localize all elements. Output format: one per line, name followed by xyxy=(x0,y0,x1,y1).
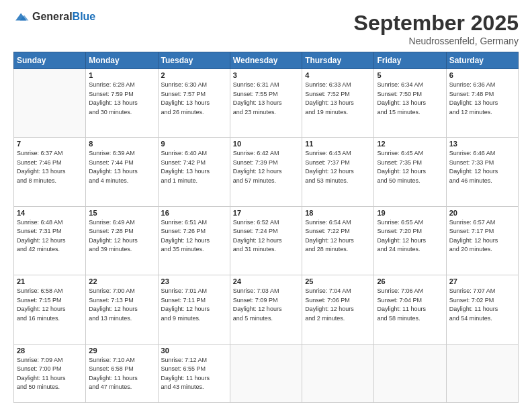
day-info: Sunrise: 6:46 AM Sunset: 7:33 PM Dayligh… xyxy=(449,149,515,185)
calendar-cell: 18Sunrise: 6:54 AM Sunset: 7:22 PM Dayli… xyxy=(302,206,374,275)
day-number: 29 xyxy=(89,347,154,355)
calendar-cell: 15Sunrise: 6:49 AM Sunset: 7:28 PM Dayli… xyxy=(86,206,158,275)
calendar-cell: 7Sunrise: 6:37 AM Sunset: 7:46 PM Daylig… xyxy=(14,138,86,206)
calendar-cell: 28Sunrise: 7:09 AM Sunset: 7:00 PM Dayli… xyxy=(14,344,86,402)
calendar-week-row: 28Sunrise: 7:09 AM Sunset: 7:00 PM Dayli… xyxy=(14,344,519,402)
day-info: Sunrise: 6:40 AM Sunset: 7:42 PM Dayligh… xyxy=(161,149,227,185)
day-number: 2 xyxy=(161,71,227,79)
calendar-cell: 13Sunrise: 6:46 AM Sunset: 7:33 PM Dayli… xyxy=(446,138,518,206)
day-number: 14 xyxy=(17,209,83,217)
weekday-header-friday: Friday xyxy=(374,52,446,69)
calendar-cell: 5Sunrise: 6:34 AM Sunset: 7:50 PM Daylig… xyxy=(374,69,446,138)
calendar-cell: 8Sunrise: 6:39 AM Sunset: 7:44 PM Daylig… xyxy=(86,138,158,206)
day-info: Sunrise: 7:00 AM Sunset: 7:13 PM Dayligh… xyxy=(89,287,154,323)
weekday-header-tuesday: Tuesday xyxy=(158,52,230,69)
calendar-cell: 16Sunrise: 6:51 AM Sunset: 7:26 PM Dayli… xyxy=(158,206,230,275)
day-number: 25 xyxy=(305,277,371,285)
day-number: 5 xyxy=(377,71,443,79)
day-info: Sunrise: 6:37 AM Sunset: 7:46 PM Dayligh… xyxy=(17,149,83,185)
day-info: Sunrise: 6:28 AM Sunset: 7:59 PM Dayligh… xyxy=(89,81,154,117)
calendar-cell xyxy=(446,344,518,402)
calendar-week-row: 21Sunrise: 6:58 AM Sunset: 7:15 PM Dayli… xyxy=(14,275,519,344)
day-number: 11 xyxy=(305,140,371,148)
day-number: 23 xyxy=(161,277,227,285)
calendar-cell: 20Sunrise: 6:57 AM Sunset: 7:17 PM Dayli… xyxy=(446,206,518,275)
day-number: 1 xyxy=(89,71,154,79)
day-number: 20 xyxy=(449,209,515,217)
logo-text: GeneralBlue xyxy=(32,11,95,23)
header: GeneralBlue September 2025 Neudrossenfel… xyxy=(13,11,519,46)
calendar-cell: 30Sunrise: 7:12 AM Sunset: 6:55 PM Dayli… xyxy=(158,344,230,402)
calendar-cell: 19Sunrise: 6:55 AM Sunset: 7:20 PM Dayli… xyxy=(374,206,446,275)
day-number: 8 xyxy=(89,140,154,148)
calendar-cell: 4Sunrise: 6:33 AM Sunset: 7:52 PM Daylig… xyxy=(302,69,374,138)
month-title: September 2025 xyxy=(354,11,519,36)
location-subtitle: Neudrossenfeld, Germany xyxy=(354,36,519,46)
calendar-cell: 6Sunrise: 6:36 AM Sunset: 7:48 PM Daylig… xyxy=(446,69,518,138)
calendar-cell: 25Sunrise: 7:04 AM Sunset: 7:06 PM Dayli… xyxy=(302,275,374,344)
day-info: Sunrise: 7:09 AM Sunset: 7:00 PM Dayligh… xyxy=(17,356,83,392)
day-number: 22 xyxy=(89,277,154,285)
day-info: Sunrise: 7:06 AM Sunset: 7:04 PM Dayligh… xyxy=(377,287,443,323)
weekday-header-wednesday: Wednesday xyxy=(230,52,302,69)
day-info: Sunrise: 7:07 AM Sunset: 7:02 PM Dayligh… xyxy=(449,287,515,323)
calendar-cell: 12Sunrise: 6:45 AM Sunset: 7:35 PM Dayli… xyxy=(374,138,446,206)
calendar-cell: 3Sunrise: 6:31 AM Sunset: 7:55 PM Daylig… xyxy=(230,69,302,138)
day-number: 21 xyxy=(17,277,83,285)
calendar-cell: 17Sunrise: 6:52 AM Sunset: 7:24 PM Dayli… xyxy=(230,206,302,275)
day-info: Sunrise: 6:58 AM Sunset: 7:15 PM Dayligh… xyxy=(17,287,83,323)
weekday-header-row: SundayMondayTuesdayWednesdayThursdayFrid… xyxy=(14,52,519,69)
weekday-header-saturday: Saturday xyxy=(446,52,518,69)
day-info: Sunrise: 6:34 AM Sunset: 7:50 PM Dayligh… xyxy=(377,81,443,117)
calendar-cell xyxy=(230,344,302,402)
day-info: Sunrise: 7:10 AM Sunset: 6:58 PM Dayligh… xyxy=(89,356,154,392)
day-info: Sunrise: 7:12 AM Sunset: 6:55 PM Dayligh… xyxy=(161,356,227,392)
calendar-cell: 23Sunrise: 7:01 AM Sunset: 7:11 PM Dayli… xyxy=(158,275,230,344)
day-info: Sunrise: 6:49 AM Sunset: 7:28 PM Dayligh… xyxy=(89,218,154,255)
calendar-cell xyxy=(14,69,86,138)
day-info: Sunrise: 7:01 AM Sunset: 7:11 PM Dayligh… xyxy=(161,287,227,323)
calendar-cell: 1Sunrise: 6:28 AM Sunset: 7:59 PM Daylig… xyxy=(86,69,158,138)
day-number: 13 xyxy=(449,140,515,148)
calendar-cell: 26Sunrise: 7:06 AM Sunset: 7:04 PM Dayli… xyxy=(374,275,446,344)
day-info: Sunrise: 6:57 AM Sunset: 7:17 PM Dayligh… xyxy=(449,218,515,255)
weekday-header-monday: Monday xyxy=(86,52,158,69)
day-number: 9 xyxy=(161,140,227,148)
day-info: Sunrise: 6:45 AM Sunset: 7:35 PM Dayligh… xyxy=(377,149,443,185)
page: GeneralBlue September 2025 Neudrossenfel… xyxy=(0,0,532,411)
day-number: 12 xyxy=(377,140,443,148)
logo: GeneralBlue xyxy=(13,11,95,23)
day-info: Sunrise: 6:42 AM Sunset: 7:39 PM Dayligh… xyxy=(233,149,299,185)
calendar-cell: 22Sunrise: 7:00 AM Sunset: 7:13 PM Dayli… xyxy=(86,275,158,344)
day-info: Sunrise: 6:31 AM Sunset: 7:55 PM Dayligh… xyxy=(233,81,299,117)
weekday-header-sunday: Sunday xyxy=(14,52,86,69)
day-info: Sunrise: 7:04 AM Sunset: 7:06 PM Dayligh… xyxy=(305,287,371,323)
calendar-cell: 2Sunrise: 6:30 AM Sunset: 7:57 PM Daylig… xyxy=(158,69,230,138)
day-number: 30 xyxy=(161,347,227,355)
day-info: Sunrise: 6:43 AM Sunset: 7:37 PM Dayligh… xyxy=(305,149,371,185)
day-number: 4 xyxy=(305,71,371,79)
day-info: Sunrise: 6:55 AM Sunset: 7:20 PM Dayligh… xyxy=(377,218,443,255)
calendar-cell: 27Sunrise: 7:07 AM Sunset: 7:02 PM Dayli… xyxy=(446,275,518,344)
day-info: Sunrise: 6:30 AM Sunset: 7:57 PM Dayligh… xyxy=(161,81,227,117)
title-area: September 2025 Neudrossenfeld, Germany xyxy=(354,11,519,46)
calendar-week-row: 7Sunrise: 6:37 AM Sunset: 7:46 PM Daylig… xyxy=(14,138,519,206)
day-info: Sunrise: 6:33 AM Sunset: 7:52 PM Dayligh… xyxy=(305,81,371,117)
day-number: 10 xyxy=(233,140,299,148)
day-number: 7 xyxy=(17,140,83,148)
day-number: 6 xyxy=(449,71,515,79)
logo-icon xyxy=(13,11,30,23)
calendar-table: SundayMondayTuesdayWednesdayThursdayFrid… xyxy=(13,52,519,403)
calendar-cell: 21Sunrise: 6:58 AM Sunset: 7:15 PM Dayli… xyxy=(14,275,86,344)
day-number: 26 xyxy=(377,277,443,285)
day-number: 15 xyxy=(89,209,154,217)
calendar-week-row: 1Sunrise: 6:28 AM Sunset: 7:59 PM Daylig… xyxy=(14,69,519,138)
day-number: 3 xyxy=(233,71,299,79)
calendar-cell xyxy=(374,344,446,402)
day-number: 27 xyxy=(449,277,515,285)
calendar-cell: 10Sunrise: 6:42 AM Sunset: 7:39 PM Dayli… xyxy=(230,138,302,206)
weekday-header-thursday: Thursday xyxy=(302,52,374,69)
calendar-cell xyxy=(302,344,374,402)
calendar-cell: 29Sunrise: 7:10 AM Sunset: 6:58 PM Dayli… xyxy=(86,344,158,402)
day-number: 17 xyxy=(233,209,299,217)
